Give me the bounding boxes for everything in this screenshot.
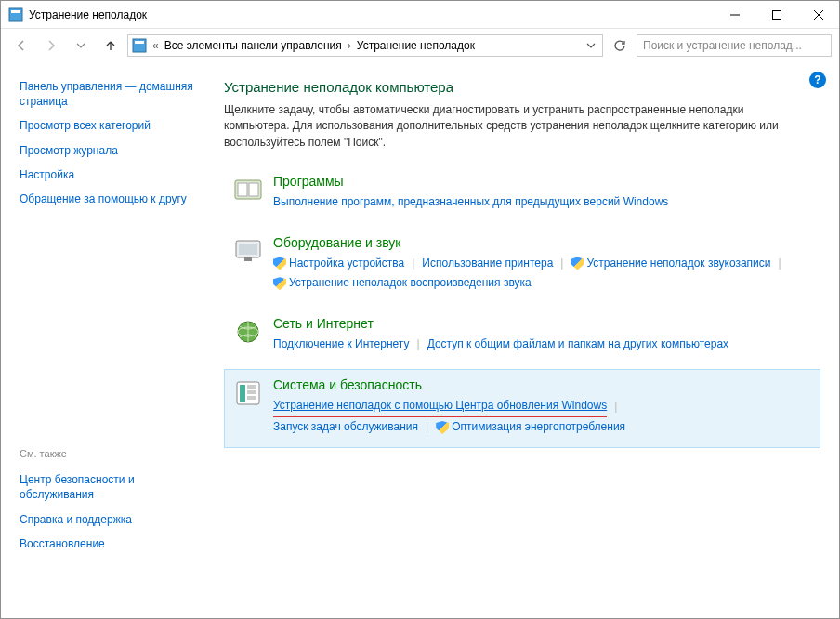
link-printer-usage[interactable]: Использование принтера: [422, 254, 553, 274]
link-separator: |: [426, 417, 428, 438]
link-separator: |: [614, 397, 617, 417]
programs-icon: [232, 174, 264, 205]
search-placeholder: Поиск и устранение неполад...: [643, 39, 802, 52]
breadcrumb-root[interactable]: Все элементы панели управления: [164, 39, 342, 52]
svg-rect-3: [772, 10, 781, 19]
up-button[interactable]: [98, 33, 124, 59]
link-windows-update-troubleshoot[interactable]: Устранение неполадок с помощью Центра об…: [273, 396, 607, 418]
sidebar-link-settings[interactable]: Настройка: [20, 167, 202, 182]
link-device-setup[interactable]: Настройка устройства: [273, 254, 404, 274]
maximize-button[interactable]: [755, 1, 797, 29]
breadcrumb-prefix-icon: «: [152, 39, 159, 52]
close-button[interactable]: [797, 1, 839, 29]
link-separator: |: [560, 254, 563, 274]
sidebar: Панель управления — домашняя страница Пр…: [1, 62, 215, 618]
breadcrumb-current[interactable]: Устранение неполадок: [357, 39, 475, 52]
category-hardware-title[interactable]: Оборудование и звук: [273, 235, 812, 250]
link-power-optimization[interactable]: Оптимизация энергопотребления: [436, 417, 625, 438]
help-button[interactable]: ?: [809, 72, 826, 88]
page-heading: Устранение неполадок компьютера: [224, 79, 820, 95]
svg-rect-13: [244, 257, 252, 261]
category-programs: Программы Выполнение программ, предназна…: [224, 165, 820, 223]
window-controls: [714, 1, 839, 29]
page-description: Щелкните задачу, чтобы автоматически диа…: [224, 102, 800, 151]
navigation-bar: « Все элементы панели управления › Устра…: [1, 29, 839, 62]
svg-rect-1: [11, 10, 20, 13]
category-network: Сеть и Интернет Подключение к Интернету …: [224, 308, 820, 365]
category-programs-title[interactable]: Программы: [273, 174, 812, 189]
link-separator: |: [779, 254, 781, 274]
svg-rect-19: [247, 390, 256, 394]
link-maintenance-tasks[interactable]: Запуск задач обслуживания: [273, 417, 418, 438]
link-shared-files[interactable]: Доступ к общим файлам и папкам на других…: [427, 335, 728, 355]
hardware-icon: [232, 235, 264, 267]
link-run-old-programs[interactable]: Выполнение программ, предназначенных для…: [273, 192, 668, 213]
app-icon: [8, 7, 23, 22]
window-titlebar: Устранение неполадок: [1, 1, 839, 29]
main-content: Устранение неполадок компьютера Щелкните…: [215, 62, 839, 618]
category-system-title[interactable]: Система и безопасность: [273, 377, 812, 392]
seealso-help-support[interactable]: Справка и поддержка: [20, 512, 202, 527]
svg-rect-12: [239, 244, 257, 255]
sidebar-link-history[interactable]: Просмотр журнала: [20, 143, 202, 158]
category-system-security: Система и безопасность Устранение непола…: [224, 369, 820, 448]
sidebar-link-all-categories[interactable]: Просмотр всех категорий: [20, 118, 202, 133]
svg-rect-10: [249, 183, 258, 196]
address-icon: [132, 38, 147, 53]
minimize-button[interactable]: [714, 1, 755, 29]
link-internet-connect[interactable]: Подключение к Интернету: [273, 335, 410, 355]
seealso-security-center[interactable]: Центр безопасности и обслуживания: [20, 472, 202, 502]
svg-rect-20: [247, 396, 256, 400]
category-network-title[interactable]: Сеть и Интернет: [273, 316, 812, 331]
link-separator: |: [417, 335, 420, 355]
back-button[interactable]: [8, 33, 34, 59]
link-separator: |: [412, 254, 414, 274]
category-hardware: Оборудование и звук Настройка устройства…: [224, 227, 820, 304]
search-input[interactable]: Поиск и устранение неполад...: [637, 34, 832, 57]
address-dropdown-icon[interactable]: [584, 41, 598, 50]
sidebar-home-link[interactable]: Панель управления — домашняя страница: [20, 79, 202, 109]
svg-rect-17: [240, 385, 245, 402]
forward-button[interactable]: [38, 33, 64, 59]
svg-rect-7: [135, 41, 144, 44]
refresh-button[interactable]: [607, 34, 633, 57]
network-icon: [232, 316, 264, 348]
seealso-recovery[interactable]: Восстановление: [20, 536, 202, 551]
link-audio-record[interactable]: Устранение неполадок звукозаписи: [571, 254, 770, 274]
svg-rect-18: [247, 385, 256, 389]
sidebar-link-help-friend[interactable]: Обращение за помощью к другу: [20, 191, 202, 206]
chevron-right-icon: ›: [348, 39, 351, 52]
system-icon: [232, 377, 264, 409]
seealso-header: См. также: [20, 448, 202, 459]
window-title: Устранение неполадок: [29, 8, 147, 21]
recent-dropdown[interactable]: [68, 33, 94, 59]
link-audio-playback[interactable]: Устранение неполадок воспроизведения зву…: [273, 273, 532, 294]
address-bar[interactable]: « Все элементы панели управления › Устра…: [127, 34, 603, 57]
svg-rect-9: [238, 183, 247, 196]
